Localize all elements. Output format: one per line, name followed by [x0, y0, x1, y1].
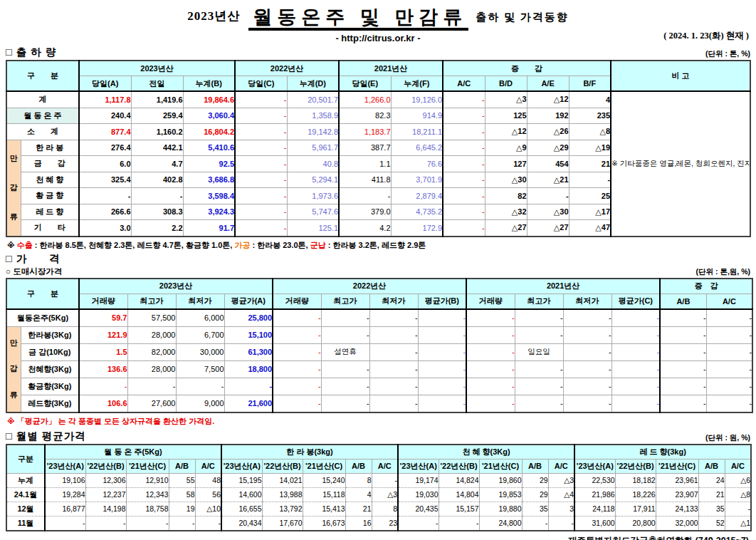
header-cell: 증 감	[443, 61, 611, 76]
data-cell: 76.6	[391, 156, 443, 172]
data-cell: 192	[527, 108, 569, 124]
data-cell: -	[611, 326, 660, 343]
header-cell: A/C	[706, 294, 752, 309]
data-cell: -	[169, 516, 195, 531]
data-cell: 1,419.6	[131, 91, 183, 108]
header-cell: 최저가	[369, 294, 418, 309]
data-cell: -	[176, 378, 224, 395]
data-cell: -	[45, 516, 85, 531]
header-cell: A/B	[345, 459, 372, 473]
header-cell: A/B	[522, 459, 548, 473]
data-cell: 18,758	[126, 502, 169, 516]
data-cell: 23,907	[656, 487, 698, 502]
data-cell: 14,824	[439, 473, 479, 487]
header-cell: '22년산(B)	[615, 459, 656, 473]
data-cell: 1.5	[79, 343, 127, 360]
data-cell: -	[515, 360, 563, 378]
row-label: 황금향(3Kg)	[21, 378, 79, 395]
data-cell: 1.1	[339, 156, 391, 172]
data-cell: 82.3	[339, 108, 391, 124]
data-cell: -	[660, 395, 706, 412]
data-cell: -	[369, 360, 418, 378]
data-cell: -	[79, 378, 127, 395]
data-cell: 19,853	[479, 487, 522, 502]
data-cell: -	[439, 516, 479, 531]
group-label: 만감류	[6, 140, 21, 237]
data-cell: 136.6	[79, 360, 127, 378]
header-cell: 당일(E)	[339, 76, 391, 92]
data-cell: 24,133	[656, 502, 698, 516]
shipment-table: 구 분2023년산2022년산2021년산증 감비 고당일(A)전일누계(B)당…	[6, 60, 751, 237]
header-cell: 전일	[131, 76, 183, 92]
data-cell: 23,961	[656, 473, 698, 487]
header-cell: '22년산(B)	[85, 459, 126, 473]
data-cell: 92.5	[183, 156, 235, 172]
data-cell: △3	[548, 473, 574, 487]
data-cell: -	[443, 91, 485, 108]
monthly-section-title: □ 월별 평균가격	[6, 430, 86, 443]
data-cell: 82,000	[127, 343, 176, 360]
data-cell: 24	[698, 473, 725, 487]
data-cell: -	[235, 140, 287, 156]
footnote-text: 가공	[234, 241, 250, 249]
data-cell: -	[235, 91, 287, 108]
row-label: 월동온주(5Kg)	[6, 309, 79, 327]
row-label: 소 계	[6, 124, 79, 140]
shipment-section-header: □ 출 하 량 (단위 : 톤, %)	[6, 46, 750, 59]
data-cell: 20,501.7	[287, 91, 339, 108]
data-cell: 19	[169, 502, 195, 516]
group-label: 만감류	[6, 326, 21, 412]
data-cell: -	[273, 343, 321, 360]
data-cell: 15,100	[224, 326, 273, 343]
data-cell: 402.8	[131, 172, 183, 188]
header-cell: 최고가	[127, 294, 176, 309]
row-label: 레 드 향	[21, 204, 79, 220]
data-cell: -	[369, 309, 418, 327]
data-cell: 3,060.4	[183, 108, 235, 124]
header-cell: 누계(F)	[391, 76, 443, 92]
data-cell: -	[321, 378, 369, 395]
data-cell: △19	[569, 140, 611, 156]
data-cell: -	[611, 378, 660, 395]
data-cell: 52	[698, 516, 725, 531]
data-cell: 19,126.0	[391, 91, 443, 108]
data-cell: 2.2	[131, 220, 183, 237]
data-cell: 30,000	[176, 343, 224, 360]
data-cell: 40.8	[287, 156, 339, 172]
data-cell: -	[563, 395, 611, 412]
data-cell: -	[706, 395, 752, 412]
monthly-unit-label: (단위 : 원, %)	[705, 433, 750, 443]
data-cell: △21	[527, 172, 569, 188]
data-cell: 28,000	[127, 326, 176, 343]
price-section-title: □ 가 격	[6, 252, 750, 266]
header-cell: A/E	[527, 76, 569, 92]
data-cell: 18,182	[615, 473, 656, 487]
data-cell: -	[515, 395, 563, 412]
data-cell: 125.1	[287, 220, 339, 237]
data-cell: 308.3	[131, 204, 183, 220]
monthly-section-header: □ 월별 평균가격 (단위 : 원, %)	[6, 430, 750, 443]
data-cell: 19,030	[398, 487, 439, 502]
header-cell: 최저가	[176, 294, 224, 309]
title-line: 2023년산월동온주 및 만감류출하 및 가격동향	[6, 4, 750, 30]
data-cell: 17,911	[615, 502, 656, 516]
data-cell: -	[235, 172, 287, 188]
data-cell: 8	[372, 502, 398, 516]
data-cell: -	[443, 140, 485, 156]
data-cell: 12,306	[85, 473, 126, 487]
header-cell: '21년산(C)	[656, 459, 698, 473]
data-cell: 일요일	[515, 343, 563, 360]
data-cell: 1,117.8	[79, 91, 131, 108]
row-label: 누계	[6, 473, 45, 487]
data-cell: 3,924.3	[183, 204, 235, 220]
data-cell: -	[706, 378, 752, 395]
data-cell: 3.0	[79, 220, 131, 237]
data-cell: 19,864.6	[183, 91, 235, 108]
data-cell: △27	[485, 220, 527, 237]
data-cell: 22,530	[574, 473, 615, 487]
row-label: 황 금 향	[21, 188, 79, 204]
data-cell: 20,435	[398, 502, 439, 516]
data-cell: -	[466, 326, 515, 343]
header-cell: '21년산(C)	[126, 459, 169, 473]
data-cell: △10	[195, 502, 221, 516]
